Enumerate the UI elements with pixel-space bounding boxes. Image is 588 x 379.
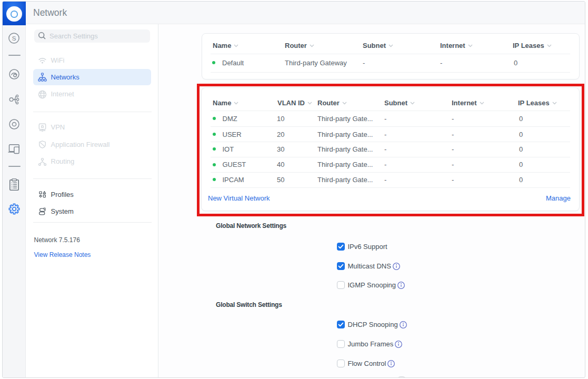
svg-text:S: S bbox=[12, 35, 16, 42]
